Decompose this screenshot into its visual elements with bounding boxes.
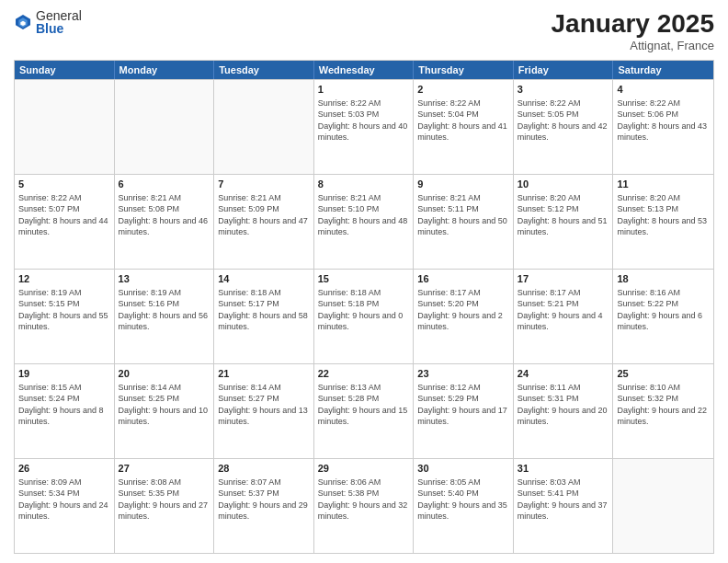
day-info: Sunrise: 8:20 AM Sunset: 5:13 PM Dayligh…	[617, 192, 710, 237]
day-number: 2	[417, 83, 509, 96]
day-info: Sunrise: 8:18 AM Sunset: 5:18 PM Dayligh…	[318, 287, 410, 332]
day-info: Sunrise: 8:21 AM Sunset: 5:11 PM Dayligh…	[417, 192, 509, 237]
day-number: 14	[218, 272, 310, 285]
day-info: Sunrise: 8:22 AM Sunset: 5:05 PM Dayligh…	[518, 98, 609, 143]
day-cell-29: 29Sunrise: 8:06 AM Sunset: 5:38 PM Dayli…	[314, 459, 415, 553]
day-cell-30: 30Sunrise: 8:05 AM Sunset: 5:40 PM Dayli…	[414, 459, 514, 553]
day-number: 23	[417, 367, 509, 380]
day-info: Sunrise: 8:22 AM Sunset: 5:06 PM Dayligh…	[617, 98, 710, 143]
day-info: Sunrise: 8:13 AM Sunset: 5:28 PM Dayligh…	[318, 382, 410, 427]
weekday-sunday: Sunday	[15, 61, 115, 79]
day-cell-31: 31Sunrise: 8:03 AM Sunset: 5:41 PM Dayli…	[514, 459, 614, 553]
day-cell-7: 7Sunrise: 8:21 AM Sunset: 5:09 PM Daylig…	[214, 175, 314, 269]
day-cell-22: 22Sunrise: 8:13 AM Sunset: 5:28 PM Dayli…	[314, 364, 415, 458]
day-cell-1: 1Sunrise: 8:22 AM Sunset: 5:03 PM Daylig…	[314, 80, 415, 174]
day-cell-10: 10Sunrise: 8:20 AM Sunset: 5:12 PM Dayli…	[514, 175, 614, 269]
day-cell-26: 26Sunrise: 8:09 AM Sunset: 5:34 PM Dayli…	[15, 459, 115, 553]
day-info: Sunrise: 8:17 AM Sunset: 5:21 PM Dayligh…	[518, 287, 609, 332]
day-number: 10	[518, 178, 609, 190]
day-info: Sunrise: 8:17 AM Sunset: 5:20 PM Dayligh…	[417, 287, 509, 332]
logo-icon	[14, 13, 32, 31]
day-cell-5: 5Sunrise: 8:22 AM Sunset: 5:07 PM Daylig…	[15, 175, 115, 269]
day-cell-25: 25Sunrise: 8:10 AM Sunset: 5:32 PM Dayli…	[613, 364, 713, 458]
day-number: 12	[18, 272, 110, 285]
weekday-thursday: Thursday	[414, 61, 514, 79]
logo-general-text: General	[36, 9, 82, 22]
day-info: Sunrise: 8:06 AM Sunset: 5:38 PM Dayligh…	[318, 477, 410, 522]
day-number: 4	[617, 83, 710, 96]
day-cell-13: 13Sunrise: 8:19 AM Sunset: 5:16 PM Dayli…	[115, 270, 215, 363]
week-row-3: 19Sunrise: 8:15 AM Sunset: 5:24 PM Dayli…	[15, 363, 713, 458]
day-info: Sunrise: 8:14 AM Sunset: 5:27 PM Dayligh…	[218, 382, 310, 427]
day-number: 21	[218, 367, 310, 380]
day-number: 19	[18, 367, 110, 380]
month-title: January 2025	[552, 9, 714, 39]
empty-cell-0-0	[15, 80, 115, 174]
day-number: 17	[518, 272, 609, 285]
empty-cell-0-1	[115, 80, 215, 174]
day-number: 18	[617, 272, 710, 285]
day-info: Sunrise: 8:19 AM Sunset: 5:16 PM Dayligh…	[119, 287, 210, 332]
day-cell-11: 11Sunrise: 8:20 AM Sunset: 5:13 PM Dayli…	[613, 175, 713, 269]
day-info: Sunrise: 8:21 AM Sunset: 5:08 PM Dayligh…	[119, 192, 210, 237]
page: General Blue January 2025 Attignat, Fran…	[0, 0, 728, 563]
day-cell-8: 8Sunrise: 8:21 AM Sunset: 5:10 PM Daylig…	[314, 175, 415, 269]
title-block: January 2025 Attignat, France	[552, 9, 714, 52]
empty-cell-4-6	[613, 459, 713, 553]
day-number: 16	[417, 272, 509, 285]
day-number: 8	[318, 178, 410, 190]
week-row-2: 12Sunrise: 8:19 AM Sunset: 5:15 PM Dayli…	[15, 269, 713, 363]
day-cell-16: 16Sunrise: 8:17 AM Sunset: 5:20 PM Dayli…	[414, 270, 514, 363]
week-row-4: 26Sunrise: 8:09 AM Sunset: 5:34 PM Dayli…	[15, 458, 713, 553]
day-number: 7	[218, 178, 310, 190]
header: General Blue January 2025 Attignat, Fran…	[14, 9, 714, 52]
day-number: 15	[318, 272, 410, 285]
day-info: Sunrise: 8:21 AM Sunset: 5:10 PM Dayligh…	[318, 192, 410, 237]
day-cell-23: 23Sunrise: 8:12 AM Sunset: 5:29 PM Dayli…	[414, 364, 514, 458]
day-cell-19: 19Sunrise: 8:15 AM Sunset: 5:24 PM Dayli…	[15, 364, 115, 458]
day-cell-20: 20Sunrise: 8:14 AM Sunset: 5:25 PM Dayli…	[115, 364, 215, 458]
day-info: Sunrise: 8:22 AM Sunset: 5:03 PM Dayligh…	[318, 98, 410, 143]
day-number: 28	[218, 462, 310, 475]
logo-blue-text: Blue	[36, 22, 82, 35]
day-info: Sunrise: 8:22 AM Sunset: 5:04 PM Dayligh…	[417, 98, 509, 143]
day-cell-14: 14Sunrise: 8:18 AM Sunset: 5:17 PM Dayli…	[214, 270, 314, 363]
week-row-1: 5Sunrise: 8:22 AM Sunset: 5:07 PM Daylig…	[15, 174, 713, 269]
day-info: Sunrise: 8:03 AM Sunset: 5:41 PM Dayligh…	[518, 477, 609, 522]
day-cell-6: 6Sunrise: 8:21 AM Sunset: 5:08 PM Daylig…	[115, 175, 215, 269]
logo-text: General Blue	[36, 9, 82, 35]
day-cell-24: 24Sunrise: 8:11 AM Sunset: 5:31 PM Dayli…	[514, 364, 614, 458]
day-number: 3	[518, 83, 609, 96]
day-number: 22	[318, 367, 410, 380]
day-number: 31	[518, 462, 609, 475]
day-cell-27: 27Sunrise: 8:08 AM Sunset: 5:35 PM Dayli…	[115, 459, 215, 553]
day-number: 11	[617, 178, 710, 190]
day-number: 26	[18, 462, 110, 475]
week-row-0: 1Sunrise: 8:22 AM Sunset: 5:03 PM Daylig…	[15, 79, 713, 174]
day-info: Sunrise: 8:15 AM Sunset: 5:24 PM Dayligh…	[18, 382, 110, 427]
day-number: 9	[417, 178, 509, 190]
day-info: Sunrise: 8:16 AM Sunset: 5:22 PM Dayligh…	[617, 287, 710, 332]
day-number: 13	[119, 272, 210, 285]
day-info: Sunrise: 8:12 AM Sunset: 5:29 PM Dayligh…	[417, 382, 509, 427]
day-info: Sunrise: 8:11 AM Sunset: 5:31 PM Dayligh…	[518, 382, 609, 427]
day-number: 1	[318, 83, 410, 96]
day-number: 27	[119, 462, 210, 475]
day-number: 25	[617, 367, 710, 380]
calendar: Sunday Monday Tuesday Wednesday Thursday…	[14, 60, 714, 554]
day-cell-21: 21Sunrise: 8:14 AM Sunset: 5:27 PM Dayli…	[214, 364, 314, 458]
calendar-body: 1Sunrise: 8:22 AM Sunset: 5:03 PM Daylig…	[15, 79, 713, 553]
day-info: Sunrise: 8:14 AM Sunset: 5:25 PM Dayligh…	[119, 382, 210, 427]
location: Attignat, France	[552, 39, 714, 52]
weekday-friday: Friday	[514, 61, 614, 79]
day-number: 29	[318, 462, 410, 475]
day-cell-4: 4Sunrise: 8:22 AM Sunset: 5:06 PM Daylig…	[613, 80, 713, 174]
day-cell-9: 9Sunrise: 8:21 AM Sunset: 5:11 PM Daylig…	[414, 175, 514, 269]
day-cell-17: 17Sunrise: 8:17 AM Sunset: 5:21 PM Dayli…	[514, 270, 614, 363]
day-number: 6	[119, 178, 210, 190]
day-info: Sunrise: 8:08 AM Sunset: 5:35 PM Dayligh…	[119, 477, 210, 522]
weekday-wednesday: Wednesday	[314, 61, 415, 79]
day-cell-18: 18Sunrise: 8:16 AM Sunset: 5:22 PM Dayli…	[613, 270, 713, 363]
day-number: 5	[18, 178, 110, 190]
weekday-monday: Monday	[115, 61, 215, 79]
